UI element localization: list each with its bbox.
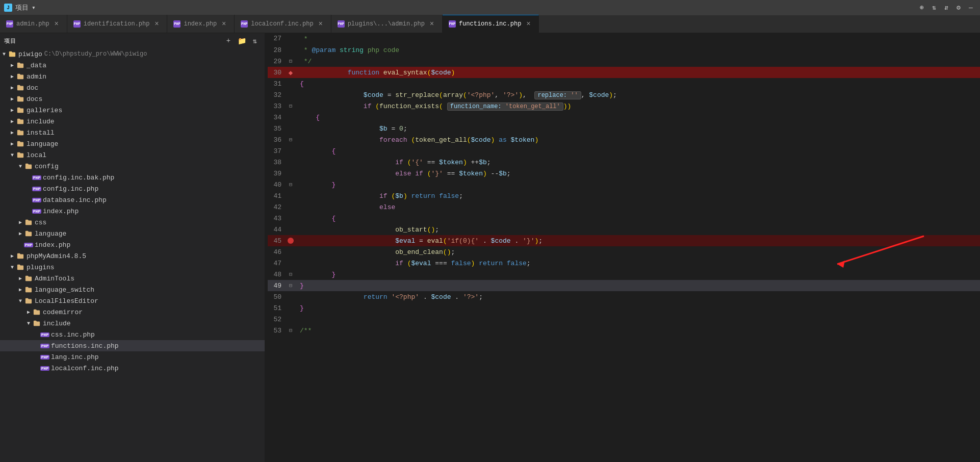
tree-item-css[interactable]: ▶ css: [0, 217, 265, 228]
install-label: install: [27, 129, 55, 137]
line-num-29: 29: [268, 58, 286, 65]
tree-item-codemirror[interactable]: ▶ codemirror: [0, 306, 265, 318]
tree-item-include[interactable]: ▶ include: [0, 116, 265, 127]
tree-item-local-index-php[interactable]: ▶ PHP index.php: [0, 239, 265, 250]
fold-icon-48: ⊟: [289, 271, 292, 277]
phpmyadmin-label: phpMyAdmin4.8.5: [27, 252, 86, 260]
tree-item-language[interactable]: ▶ language: [0, 138, 265, 149]
gutter-line-44: 44: [268, 224, 296, 235]
tree-item-localconf-inc-php-tree[interactable]: ▶ PHP localconf.inc.php: [0, 363, 265, 374]
tree-item-database-inc-php[interactable]: ▶ PHP database.inc.php: [0, 194, 265, 206]
fold-icon-40: ⊟: [289, 182, 292, 188]
tab-close-admin-php[interactable]: ×: [53, 20, 61, 28]
title-dropdown-arrow[interactable]: ▾: [32, 4, 36, 12]
title-ctrl-settings[interactable]: ⚙: [953, 3, 964, 13]
gutter-line-50: 50: [268, 291, 296, 302]
gutter-53: ⊟: [286, 327, 296, 333]
doc-label: doc: [27, 84, 38, 92]
tree-item-localfileseditor[interactable]: ▼ LocalFilesEditor: [0, 295, 265, 306]
tab-label-identification-php: identification.php: [84, 20, 150, 28]
tree-item-local[interactable]: ▼ local: [0, 149, 265, 161]
tree-item-admintools[interactable]: ▶ AdminTools: [0, 273, 265, 284]
title-ctrl-globe[interactable]: ⊕: [917, 3, 927, 13]
tree-item-phpmyadmin[interactable]: ▶ phpMyAdmin4.8.5: [0, 250, 265, 262]
tab-close-identification-php[interactable]: ×: [152, 20, 161, 28]
tree-item-local-language[interactable]: ▶ language: [0, 228, 265, 239]
sidebar-collapse-btn[interactable]: ⇅: [249, 35, 261, 46]
tab-icon-functions-inc-php: PHP: [449, 20, 456, 28]
code-line-33: if (function_exists( function_name: 'tok…: [296, 100, 980, 112]
code-line-50: return '<?php' . $code . '?>';: [296, 291, 980, 302]
tab-admin-php[interactable]: PHP admin.php ×: [0, 15, 67, 33]
title-ctrl-sort-asc[interactable]: ⇅: [929, 3, 939, 13]
fold-icon-49: ⊟: [289, 283, 292, 289]
functions-inc-php-label: functions.inc.php: [51, 342, 119, 350]
code-area[interactable]: * * @param string php code */ function e…: [296, 33, 980, 462]
title-ctrl-minimize[interactable]: —: [966, 3, 976, 13]
codemirror-label: codemirror: [43, 309, 83, 316]
tab-identification-php[interactable]: PHP identification.php ×: [67, 15, 168, 33]
tree-item-install[interactable]: ▶ install: [0, 127, 265, 138]
code-line-52: [296, 314, 980, 325]
gutter-line-53: 53 ⊟: [268, 325, 296, 336]
tree-item-config-inc-bak-php[interactable]: ▶ PHP config.inc.bak.php: [0, 172, 265, 183]
line-num-45: 45: [268, 237, 286, 245]
tree-item-admin[interactable]: ▶ admin: [0, 71, 265, 82]
tab-close-localconf-php[interactable]: ×: [317, 20, 325, 28]
tree-item-css-inc-php[interactable]: ▶ PHP css.inc.php: [0, 329, 265, 340]
line-num-37: 37: [268, 147, 286, 155]
lang-inc-php-label: lang.inc.php: [51, 353, 99, 361]
localfileseditor-folder-icon: [24, 297, 33, 305]
config-inc-bak-php-label: config.inc.bak.php: [43, 174, 114, 182]
tree-item-galleries[interactable]: ▶ galleries: [0, 105, 265, 116]
tree-item-plugins[interactable]: ▼ plugins: [0, 262, 265, 273]
php-file-icon-config: PHP: [33, 185, 41, 193]
gutter-line-28: 28: [268, 44, 296, 56]
gutter-36: ⊟: [286, 137, 296, 143]
tree-item-data[interactable]: ▶ _data: [0, 60, 265, 71]
data-arrow: ▶: [8, 61, 16, 69]
code-text-52: [300, 316, 304, 323]
line-num-34: 34: [268, 114, 286, 121]
title-bar-controls: ⊕ ⇅ ⇵ ⚙ —: [917, 3, 976, 13]
data-folder-icon: [16, 61, 24, 69]
tree-item-functions-inc-php[interactable]: ▶ PHP functions.inc.php: [0, 340, 265, 351]
tree-item-docs[interactable]: ▶ docs: [0, 93, 265, 105]
code-line-53: /**: [296, 325, 980, 336]
tab-close-index-php[interactable]: ×: [220, 20, 228, 28]
sidebar-new-file-btn[interactable]: +: [223, 35, 234, 46]
tree-item-config-inc-php[interactable]: ▶ PHP config.inc.php: [0, 183, 265, 194]
tree-item-config[interactable]: ▼ config: [0, 161, 265, 172]
tab-close-functions-inc-php[interactable]: ×: [524, 20, 532, 28]
tree-root[interactable]: ▼ piwigo C:\D\phpstudy_pro\WWW\piwigo: [0, 48, 265, 60]
tree-item-language-switch[interactable]: ▶ language_switch: [0, 284, 265, 295]
code-line-27: *: [296, 33, 980, 44]
tree-item-doc[interactable]: ▶ doc: [0, 82, 265, 93]
tab-localconf-php[interactable]: PHP localconf.inc.php ×: [235, 15, 331, 33]
tab-icon-localconf-php: PHP: [241, 20, 248, 28]
sidebar-new-folder-btn[interactable]: 📁: [236, 35, 247, 46]
language-switch-arrow: ▶: [16, 286, 24, 294]
tab-index-php[interactable]: PHP index.php ×: [167, 15, 235, 33]
php-file-icon-css-inc: PHP: [41, 330, 49, 339]
php-file-icon-lang-inc: PHP: [41, 353, 49, 361]
language-folder-icon: [16, 140, 24, 148]
language-switch-folder-icon: [24, 286, 33, 294]
title-ctrl-sort-desc[interactable]: ⇵: [941, 3, 951, 13]
main-area: 项目 + 📁 ⇅ ▼ piwigo C:\D\phpstudy_pro\WWW\…: [0, 33, 980, 462]
root-folder-icon: [8, 50, 16, 58]
sidebar-title: 项目: [4, 37, 221, 45]
line-num-42: 42: [268, 203, 286, 211]
language-switch-label: language_switch: [35, 286, 94, 294]
tab-close-plugins-admin-php[interactable]: ×: [428, 20, 436, 28]
docs-arrow: ▶: [8, 95, 16, 103]
tree-item-lang-inc-php[interactable]: ▶ PHP lang.inc.php: [0, 351, 265, 363]
local-language-folder-icon: [24, 229, 33, 238]
tree-item-local-config-index-php[interactable]: ▶ PHP index.php: [0, 206, 265, 217]
tab-plugins-admin-php[interactable]: PHP plugins\...\admin.php ×: [331, 15, 443, 33]
tab-functions-inc-php[interactable]: PHP functions.inc.php ×: [443, 15, 539, 33]
code-line-48: }: [296, 269, 980, 280]
gutter-line-37: 37: [268, 145, 296, 157]
data-label: _data: [27, 62, 46, 69]
tree-item-lfe-include[interactable]: ▼ include: [0, 318, 265, 329]
